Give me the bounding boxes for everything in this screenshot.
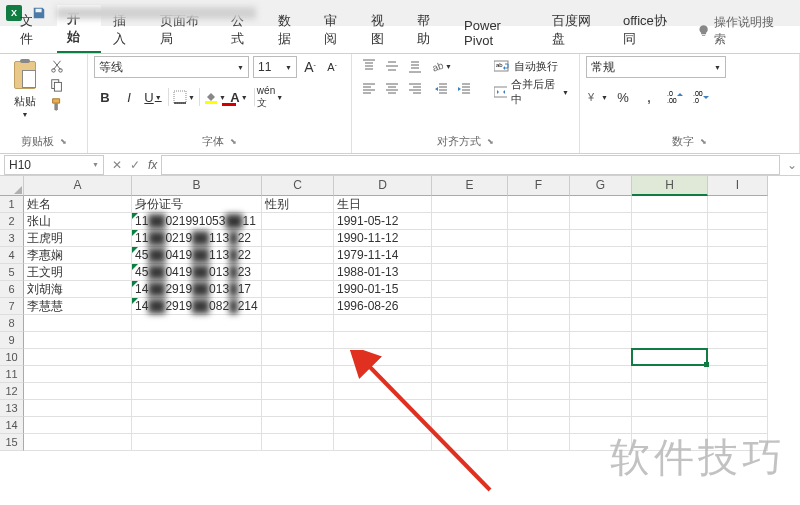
- row-header-1[interactable]: 1: [0, 196, 24, 213]
- font-size-select[interactable]: 11▼: [253, 56, 297, 78]
- column-header-G[interactable]: G: [570, 176, 632, 196]
- cut-button[interactable]: [48, 58, 66, 74]
- cell-D6[interactable]: 1990-01-15: [334, 281, 432, 298]
- row-header-9[interactable]: 9: [0, 332, 24, 349]
- row-header-14[interactable]: 14: [0, 417, 24, 434]
- border-button[interactable]: ▼: [173, 86, 195, 108]
- enter-formula-button[interactable]: ✓: [126, 155, 144, 175]
- increase-indent-button[interactable]: [453, 79, 475, 99]
- cell-D7[interactable]: 1996-08-26: [334, 298, 432, 315]
- row-header-2[interactable]: 2: [0, 213, 24, 230]
- tab-file[interactable]: 文件: [10, 7, 55, 53]
- column-header-C[interactable]: C: [262, 176, 334, 196]
- cell-C1[interactable]: 性别: [262, 196, 334, 213]
- bold-button[interactable]: B: [94, 86, 116, 108]
- cell-A6[interactable]: 刘胡海: [24, 281, 132, 298]
- row-header-4[interactable]: 4: [0, 247, 24, 264]
- dialog-launcher-icon[interactable]: ⬊: [60, 137, 67, 146]
- align-left-button[interactable]: [358, 79, 380, 99]
- cell-B4[interactable]: 45██0419██113█22: [132, 247, 262, 264]
- align-bottom-button[interactable]: [404, 56, 426, 76]
- accounting-format-button[interactable]: ¥▼: [586, 86, 608, 108]
- row-header-8[interactable]: 8: [0, 315, 24, 332]
- grow-font-button[interactable]: Aˆ: [301, 57, 319, 77]
- row-header-15[interactable]: 15: [0, 434, 24, 451]
- column-header-I[interactable]: I: [708, 176, 768, 196]
- row-header-11[interactable]: 11: [0, 366, 24, 383]
- percent-button[interactable]: %: [612, 86, 634, 108]
- row-header-3[interactable]: 3: [0, 230, 24, 247]
- shrink-font-button[interactable]: Aˇ: [323, 57, 341, 77]
- row-header-10[interactable]: 10: [0, 349, 24, 366]
- dialog-launcher-icon[interactable]: ⬊: [487, 137, 494, 146]
- wrap-text-button[interactable]: ab自动换行: [490, 56, 573, 76]
- cell-D2[interactable]: 1991-05-12: [334, 213, 432, 230]
- row-header-7[interactable]: 7: [0, 298, 24, 315]
- row-header-5[interactable]: 5: [0, 264, 24, 281]
- tab-powerpivot[interactable]: Power Pivot: [454, 13, 540, 53]
- cell-A2[interactable]: 张山: [24, 213, 132, 230]
- comma-button[interactable]: ,: [638, 86, 660, 108]
- cell-A1[interactable]: 姓名: [24, 196, 132, 213]
- column-header-B[interactable]: B: [132, 176, 262, 196]
- cell-A5[interactable]: 王文明: [24, 264, 132, 281]
- spreadsheet-grid[interactable]: ABCDEFGHI 123456789101112131415 姓名身份证号性别…: [0, 176, 800, 472]
- name-box[interactable]: H10▼: [4, 155, 104, 175]
- cell-D3[interactable]: 1990-11-12: [334, 230, 432, 247]
- tab-help[interactable]: 帮助: [407, 7, 452, 53]
- font-name-select[interactable]: 等线▼: [94, 56, 249, 78]
- row-header-6[interactable]: 6: [0, 281, 24, 298]
- column-header-E[interactable]: E: [432, 176, 508, 196]
- formula-bar[interactable]: [161, 155, 780, 175]
- align-right-button[interactable]: [404, 79, 426, 99]
- cell-B5[interactable]: 45██0419██013█23: [132, 264, 262, 281]
- decrease-indent-button[interactable]: [430, 79, 452, 99]
- merge-center-button[interactable]: 合并后居中▼: [490, 82, 573, 102]
- column-header-H[interactable]: H: [632, 176, 708, 196]
- column-header-D[interactable]: D: [334, 176, 432, 196]
- row-headers[interactable]: 123456789101112131415: [0, 196, 24, 451]
- tab-office-collab[interactable]: office协同: [613, 7, 687, 53]
- column-header-A[interactable]: A: [24, 176, 132, 196]
- decrease-decimal-button[interactable]: .00.0: [690, 86, 712, 108]
- increase-decimal-button[interactable]: .0.00: [664, 86, 686, 108]
- cell-A3[interactable]: 王虎明: [24, 230, 132, 247]
- underline-button[interactable]: U▼: [142, 86, 164, 108]
- cell-D5[interactable]: 1988-01-13: [334, 264, 432, 281]
- expand-formula-bar-button[interactable]: ⌄: [784, 158, 800, 172]
- tab-baidu[interactable]: 百度网盘: [542, 7, 611, 53]
- cell-A4[interactable]: 李惠娴: [24, 247, 132, 264]
- cell-B3[interactable]: 11██0219██113█22: [132, 230, 262, 247]
- fx-icon[interactable]: fx: [148, 158, 157, 172]
- italic-button[interactable]: I: [118, 86, 140, 108]
- tab-data[interactable]: 数据: [268, 7, 313, 53]
- tab-view[interactable]: 视图: [361, 7, 406, 53]
- dialog-launcher-icon[interactable]: ⬊: [700, 137, 707, 146]
- row-header-13[interactable]: 13: [0, 400, 24, 417]
- phonetic-button[interactable]: wén文▼: [259, 86, 281, 108]
- tell-me-search[interactable]: 操作说明搜索: [689, 9, 790, 53]
- cell-B7[interactable]: 14██2919██082█214: [132, 298, 262, 315]
- cancel-formula-button[interactable]: ✕: [108, 155, 126, 175]
- copy-button[interactable]: [48, 77, 66, 93]
- paste-button[interactable]: 粘贴 ▼: [6, 56, 44, 120]
- dialog-launcher-icon[interactable]: ⬊: [230, 137, 237, 146]
- font-color-button[interactable]: A▼: [228, 86, 250, 108]
- column-header-F[interactable]: F: [508, 176, 570, 196]
- cell-D1[interactable]: 生日: [334, 196, 432, 213]
- format-painter-button[interactable]: [48, 96, 66, 112]
- tab-review[interactable]: 审阅: [314, 7, 359, 53]
- orientation-button[interactable]: ab▼: [430, 56, 452, 76]
- align-middle-button[interactable]: [381, 56, 403, 76]
- cell-B1[interactable]: 身份证号: [132, 196, 262, 213]
- align-center-button[interactable]: [381, 79, 403, 99]
- cell-B6[interactable]: 14██2919██013█17: [132, 281, 262, 298]
- row-header-12[interactable]: 12: [0, 383, 24, 400]
- column-headers[interactable]: ABCDEFGHI: [24, 176, 768, 196]
- cell-B2[interactable]: 11██021991053██11: [132, 213, 262, 230]
- cell-A7[interactable]: 李慧慧: [24, 298, 132, 315]
- number-format-select[interactable]: 常规▼: [586, 56, 726, 78]
- align-top-button[interactable]: [358, 56, 380, 76]
- select-all-corner[interactable]: [0, 176, 24, 196]
- cell-D4[interactable]: 1979-11-14: [334, 247, 432, 264]
